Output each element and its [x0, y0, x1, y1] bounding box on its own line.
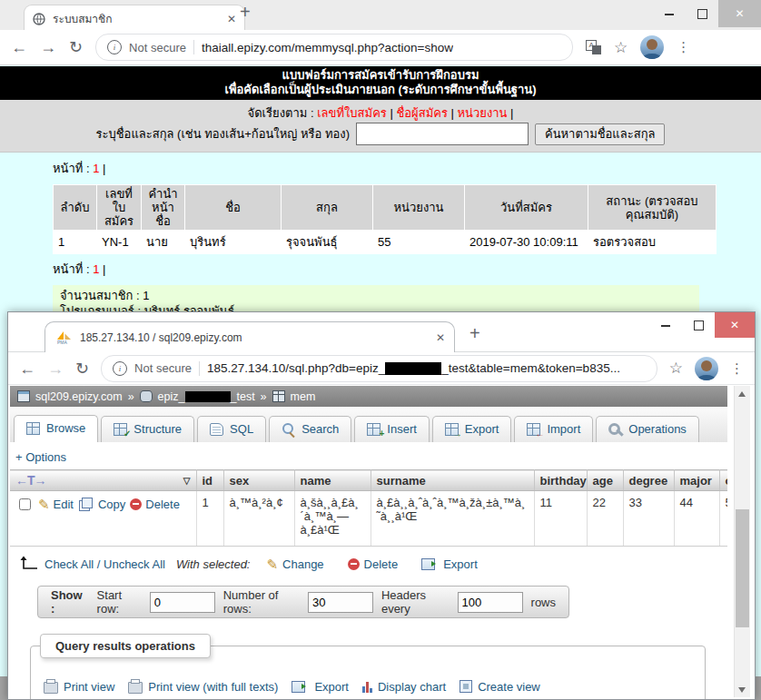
members-table: ลำดับ เลขที่ใบสมัคร คำนำหน้าชื่อ ชื่อ สก…	[53, 184, 717, 254]
info-icon[interactable]: i	[107, 40, 122, 54]
options-toggle[interactable]: + Options	[15, 450, 66, 464]
bottom-forward-button[interactable]: →	[47, 360, 64, 377]
bottom-url-text[interactable]: 185.27.134.10/sql.php?db=epiz__test&tabl…	[207, 361, 620, 375]
bottom-close-button[interactable]: ✕	[715, 312, 755, 338]
bottom-address-bar[interactable]: i Not secure 185.27.134.10/sql.php?db=ep…	[101, 355, 657, 382]
browser-window-bottom: ✕ PMA 185.27.134.10 / sql209.epizy.com ✕…	[7, 311, 756, 700]
breadcrumb-server-link[interactable]: sql209.epizy.com	[35, 390, 123, 403]
chart-icon	[362, 681, 372, 693]
search-by-name-button[interactable]: ค้นหาตามชื่อและสกุล	[535, 123, 666, 145]
delete-selected-link[interactable]: Delete	[348, 557, 399, 571]
sort-link-application-number[interactable]: เลขที่ใบสมัคร	[317, 106, 387, 120]
bottom-new-tab-button[interactable]: +	[469, 323, 480, 344]
top-forward-button[interactable]: →	[40, 39, 56, 55]
grid-col-degree[interactable]: degree	[623, 470, 674, 491]
tab-insert[interactable]: +Insert	[354, 416, 430, 442]
sort-triangle-icon[interactable]: ▽	[183, 476, 191, 486]
profile-avatar[interactable]	[640, 35, 664, 59]
cell-or: 55	[719, 491, 727, 547]
page-number-link[interactable]: 1	[93, 262, 99, 276]
top-maximize-button[interactable]	[686, 0, 718, 27]
translate-icon[interactable]	[586, 40, 601, 54]
top-browser-tab[interactable]: ระบบสมาชิก ✕	[24, 5, 245, 32]
display-chart-link[interactable]: Display chart	[362, 680, 446, 694]
profile-avatar[interactable]	[695, 357, 718, 380]
sort-separator: |	[510, 106, 513, 120]
breadcrumb-table-link[interactable]: mem	[291, 390, 316, 403]
info-icon[interactable]: i	[113, 361, 127, 376]
export-icon: →	[445, 423, 459, 436]
check-all-link[interactable]: Check All / Uncheck All	[44, 557, 165, 571]
edit-row-link[interactable]: ✎Edit	[38, 498, 74, 511]
bottom-minimize-button[interactable]	[649, 312, 682, 338]
members-content: หน้าที่ : 1 | ลำดับ เลขที่ใบสมัคร คำนำหน…	[0, 153, 761, 337]
change-selected-link[interactable]: ✎Change	[266, 557, 323, 571]
grid-col-sex[interactable]: sex	[223, 470, 294, 491]
tab-operations[interactable]: Operations	[596, 416, 699, 442]
sort-link-applicant-name[interactable]: ชื่อผู้สมัคร	[396, 106, 447, 120]
tab-export[interactable]: →Export	[432, 416, 512, 442]
top-close-button[interactable]: ✕	[718, 0, 761, 27]
table-icon	[272, 390, 285, 402]
top-new-tab-button[interactable]: +	[240, 2, 251, 23]
url-prefix: 185.27.134.10/sql.php?db=epiz_	[207, 361, 385, 375]
bottom-maximize-button[interactable]	[682, 312, 715, 338]
grid-col-major[interactable]: major	[674, 470, 719, 491]
top-minimize-button[interactable]	[653, 0, 686, 27]
top-url-text[interactable]: thaiall.epizy.com/memmysql.php?action=sh…	[202, 41, 453, 54]
tab-structure[interactable]: ✓Structure	[101, 416, 194, 442]
breadcrumb-database-link[interactable]: epiz__test	[158, 390, 255, 403]
grid-col-age[interactable]: age	[587, 470, 623, 491]
sort-link-agency[interactable]: หน่วยงาน	[458, 106, 508, 120]
grid-col-birthday[interactable]: birthday	[534, 470, 587, 491]
tab-import[interactable]: ←Import	[514, 416, 593, 442]
bottom-reload-button[interactable]: ↻	[75, 360, 89, 377]
vertical-scrollbar[interactable]	[734, 386, 750, 697]
page-number-link[interactable]: 1	[93, 162, 99, 175]
top-back-button[interactable]: ←	[11, 39, 27, 55]
print-view-full-link[interactable]: Print view (with full texts)	[128, 679, 278, 694]
copy-row-link[interactable]: Copy	[78, 498, 125, 511]
delete-icon	[348, 558, 360, 570]
headers-every-input[interactable]	[458, 592, 523, 613]
tab-search[interactable]: Search	[269, 416, 351, 442]
row-checkbox[interactable]	[19, 498, 31, 510]
top-window-controls: ✕	[653, 0, 761, 27]
show-options-bar: Show : Start row: Number of rows: Header…	[37, 586, 569, 618]
browser-menu-icon[interactable]: ⋮	[677, 39, 690, 55]
col-agency: หน่วยงาน	[373, 185, 464, 230]
sort-and-search-bar: จัดเรียงตาม : เลขที่ใบสมัคร | ชื่อผู้สมั…	[0, 100, 761, 153]
column-nav-icon[interactable]: ←T→	[15, 473, 46, 488]
grid-col-surname[interactable]: surname	[371, 470, 534, 491]
bottom-back-button[interactable]: ←	[19, 360, 35, 377]
top-address-bar[interactable]: i Not secure thaiall.epizy.com/memmysql.…	[95, 34, 573, 61]
tab-browse[interactable]: Browse	[14, 415, 98, 442]
top-reload-button[interactable]: ↻	[69, 39, 83, 55]
cell-name: à¸šà¸¸à¸£à¸´à¸™à¸—à¸£à¹Œ	[294, 491, 371, 547]
export-selected-link[interactable]: Export	[421, 557, 478, 571]
grid-col-id[interactable]: id	[196, 470, 223, 491]
grid-col-or[interactable]: or	[719, 470, 727, 491]
tab-label: SQL	[230, 422, 253, 436]
export-results-link[interactable]: Export	[292, 680, 349, 694]
print-view-link[interactable]: Print view	[44, 679, 114, 694]
phpmyadmin-logo-icon: PMA	[54, 330, 73, 345]
bottom-tab-close-icon[interactable]: ✕	[436, 332, 445, 343]
start-row-input[interactable]	[150, 592, 215, 613]
scrollbar-down-arrow[interactable]	[735, 682, 750, 697]
import-icon: ←	[527, 423, 540, 436]
top-tab-close-icon[interactable]: ✕	[227, 14, 236, 25]
number-of-rows-input[interactable]	[308, 592, 373, 613]
delete-row-link[interactable]: Delete	[130, 498, 180, 511]
sort-label: จัดเรียงตาม :	[248, 106, 314, 120]
bottom-browser-tab[interactable]: PMA 185.27.134.10 / sql209.epizy.com ✕	[44, 321, 455, 352]
tab-sql[interactable]: SQL	[197, 416, 266, 442]
bookmark-star-icon[interactable]: ☆	[669, 359, 683, 378]
grid-col-name[interactable]: name	[294, 470, 371, 491]
bookmark-star-icon[interactable]: ☆	[614, 38, 628, 57]
scrollbar-thumb[interactable]	[736, 509, 749, 627]
create-view-link[interactable]: Create view	[460, 680, 540, 694]
name-search-input[interactable]	[356, 123, 529, 145]
browser-menu-icon[interactable]: ⋮	[730, 360, 744, 377]
scrollbar-up-arrow[interactable]	[735, 386, 750, 401]
